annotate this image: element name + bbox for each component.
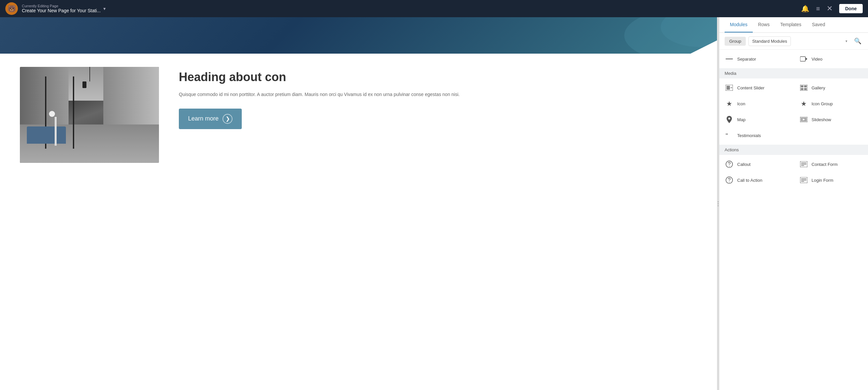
panel-tabs: Modules Rows Templates Saved [719,17,868,33]
map-pin-icon [724,115,734,124]
callout-icon [724,160,734,169]
svg-point-22 [729,182,730,183]
svg-text:": " [725,132,728,139]
content-image [20,67,159,163]
call-to-action-icon [724,175,734,185]
resize-dots [718,201,719,206]
call-to-action-label: Call to Action [737,178,762,183]
svg-rect-10 [804,88,807,90]
svg-marker-2 [806,58,807,60]
separator-label: Separator [737,57,756,62]
learn-more-arrow-icon: ❯ [222,114,232,124]
icon-group-star-icon: ★ [799,99,808,108]
done-button[interactable]: Done [839,4,863,13]
select-chevron-icon: ▾ [845,39,847,43]
page-name: Create Your New Page for Your Stati... [22,8,101,13]
tab-templates[interactable]: Templates [775,17,807,32]
img-couch [27,127,66,144]
callout-label: Callout [737,162,750,167]
img-light-cord [89,67,90,82]
login-form-icon [799,175,808,185]
top-modules-grid: Separator Video [719,50,868,68]
module-item-video[interactable]: Video [794,51,868,67]
img-frame-v2 [73,76,74,149]
learn-more-button[interactable]: Learn more ❯ [179,108,242,129]
module-group-select-wrapper: Standard Modules Custom Modules ▾ [748,36,850,46]
header-overlay [0,17,717,54]
page-title-chevron-icon[interactable]: ▾ [103,6,106,11]
module-item-login-form[interactable]: Login Form [794,172,868,188]
page-content: Heading about con Quisque commodo id mi … [0,17,717,390]
slideshow-icon [799,115,808,124]
img-light [83,82,87,88]
header-triangle-decoration [690,40,717,54]
content-heading: Heading about con [179,70,697,84]
svg-rect-4 [726,86,730,90]
content-image-inner [20,67,159,163]
module-item-icon[interactable]: ★ Icon [719,96,794,111]
panel-filter-row: Group Standard Modules Custom Modules ▾ … [719,33,868,50]
map-label: Map [737,117,745,122]
svg-rect-9 [801,88,803,90]
module-item-slideshow[interactable]: Slideshow [794,111,868,127]
icon-label: Icon [737,101,745,106]
icon-group-label: Icon Group [812,101,833,106]
editing-label: Currently Editing Page [22,4,101,8]
video-label: Video [812,57,823,62]
main-layout: Heading about con Quisque commodo id mi … [0,17,868,390]
notification-bell-icon[interactable]: 🔔 [801,5,809,12]
icon-star-icon: ★ [724,99,734,108]
actions-section-heading: Actions [719,145,868,155]
menu-lines-icon[interactable]: ≡ [816,5,820,12]
gallery-label: Gallery [812,86,825,90]
module-item-content-slider[interactable]: Content Slider [719,80,794,96]
testimonials-icon: " [724,131,734,140]
module-item-map[interactable]: Map [719,111,794,127]
right-panel: Modules Rows Templates Saved Group Stand… [719,17,868,390]
search-button[interactable]: 🔍 [853,36,863,46]
tab-rows[interactable]: Rows [753,17,775,32]
svg-rect-8 [804,86,807,88]
page-header [0,17,717,54]
tab-saved[interactable]: Saved [807,17,831,32]
learn-more-label: Learn more [188,115,219,122]
svg-rect-0 [725,59,733,59]
module-group-select[interactable]: Standard Modules Custom Modules [748,36,791,46]
gallery-icon [799,83,808,92]
img-lamp-shade [49,111,55,117]
close-icon[interactable]: ✕ [827,4,833,13]
module-item-icon-group[interactable]: ★ Icon Group [794,96,868,111]
search-icon: 🔍 [854,38,861,44]
actions-modules-grid: Callout Contact Form Call to Action [719,155,868,189]
module-item-testimonials[interactable]: " Testimonials [719,127,794,143]
content-text-area: Heading about con Quisque commodo id mi … [179,67,697,129]
contact-form-label: Contact Form [812,162,838,167]
module-item-gallery[interactable]: Gallery [794,80,868,96]
page-title-group: Currently Editing Page Create Your New P… [22,4,101,13]
testimonials-label: Testimonials [737,133,761,138]
tab-modules[interactable]: Modules [724,17,753,32]
content-slider-icon [724,83,734,92]
module-list: Separator Video Media Content Slider [719,50,868,390]
svg-point-16 [729,166,730,166]
media-modules-grid: Content Slider Gallery ★ Icon [719,78,868,145]
svg-rect-1 [800,57,805,61]
separator-icon [724,54,734,64]
module-item-callout[interactable]: Callout [719,156,794,172]
slideshow-label: Slideshow [812,117,831,122]
media-section-heading: Media [719,68,868,78]
module-item-contact-form[interactable]: Contact Form [794,156,868,172]
svg-rect-7 [801,86,803,88]
topbar: 🐻 Currently Editing Page Create Your New… [0,0,868,17]
content-body: Quisque commodo id mi non porttitor. A a… [179,91,697,99]
topbar-actions: 🔔 ≡ ✕ Done [801,4,863,13]
module-item-separator[interactable]: Separator [719,51,794,67]
group-button[interactable]: Group [724,37,746,46]
img-lamp [55,117,57,146]
content-slider-label: Content Slider [737,86,764,90]
login-form-label: Login Form [812,178,834,183]
module-item-call-to-action[interactable]: Call to Action [719,172,794,188]
content-section: Heading about con Quisque commodo id mi … [0,54,717,176]
site-logo: 🐻 [5,2,18,15]
contact-form-icon [799,160,808,169]
